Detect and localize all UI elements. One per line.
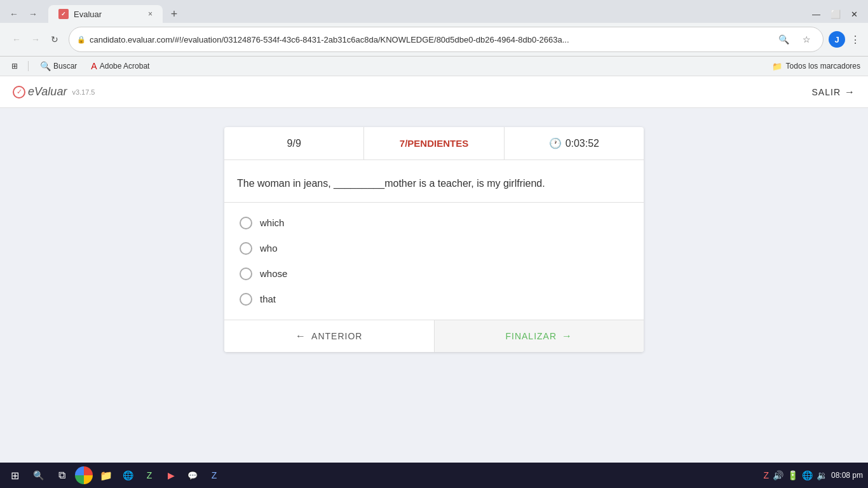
option-which[interactable]: which [237, 210, 631, 236]
options-area: which who whose [224, 203, 644, 320]
taskbar-search-button[interactable]: 🔍 [27, 466, 50, 485]
nav-buttons: ← ANTERIOR FINALIZAR → [224, 320, 644, 352]
finalizar-button[interactable]: FINALIZAR → [435, 320, 644, 352]
clock-icon: 🕐 [549, 137, 562, 149]
prev-label: ANTERIOR [311, 331, 362, 341]
option-whose[interactable]: whose [237, 261, 631, 287]
address-bar-row: ← → ↻ 🔒 candidato.evaluar.com/#!/evaluat… [0, 23, 868, 57]
forward-nav-button[interactable]: → [27, 30, 44, 48]
logo-check-icon: ✓ [13, 86, 25, 98]
back-nav-button[interactable]: ← [8, 30, 25, 48]
menu-button[interactable]: ⋮ [850, 34, 860, 46]
window-controls: — ⬜ ✕ [812, 10, 863, 19]
tab-bar: ← → ✓ Evaluar × + — ⬜ ✕ [0, 0, 868, 23]
bookmark-buscar[interactable]: 🔍 Buscar [35, 59, 82, 73]
radio-who[interactable] [240, 242, 252, 255]
taskbar-app4-icon[interactable]: 💬 [183, 466, 202, 485]
reload-button[interactable]: ↻ [46, 30, 64, 48]
taskbar-app2-icon[interactable]: Z [140, 466, 159, 485]
apps-icon: ⊞ [11, 62, 18, 71]
folder-icon: 📁 [772, 62, 782, 71]
pending-label: 7/PENDIENTES [400, 138, 468, 149]
logo-version: v3.17.5 [72, 88, 95, 96]
next-arrow-icon: → [562, 330, 573, 342]
tab-nav-left: ← → [5, 5, 42, 23]
app-content: ✓ eValuar v3.17.5 SALIR → 9/9 7/PENDIENT… [0, 76, 868, 463]
question-area: The woman in jeans, _________mother is a… [224, 160, 644, 203]
evaluar-logo: ✓ eValuar v3.17.5 [13, 85, 95, 98]
bookmark-acrobat[interactable]: A Adobe Acrobat [86, 59, 154, 73]
progress-label: 9/9 [287, 138, 301, 149]
option-which-label: which [260, 217, 284, 228]
network-icon[interactable]: 🌐 [802, 470, 813, 480]
option-that[interactable]: that [237, 287, 631, 312]
active-tab[interactable]: ✓ Evaluar × [48, 5, 163, 23]
taskbar-app3-icon[interactable]: ▶ [161, 466, 180, 485]
tab-favicon: ✓ [58, 9, 69, 19]
tab-title: Evaluar [74, 10, 102, 19]
progress-cell: 9/9 [224, 127, 364, 159]
taskbar-search-icon: 🔍 [33, 470, 44, 480]
star-icon[interactable]: ☆ [797, 30, 815, 48]
close-button[interactable]: ✕ [851, 10, 858, 19]
apps-button[interactable]: ⊞ [8, 60, 22, 72]
back-button[interactable]: ← [5, 5, 23, 23]
buscar-icon: 🔍 [40, 61, 51, 71]
start-icon: ⊞ [11, 470, 19, 482]
taskbar-time[interactable]: 08:08 pm [831, 470, 863, 481]
taskbar-chrome-icon[interactable] [75, 466, 93, 484]
option-that-label: that [260, 294, 276, 304]
all-bookmarks-label[interactable]: Todos los marcadores [786, 62, 860, 71]
address-nav: ← → ↻ [8, 30, 64, 48]
salir-button[interactable]: SALIR → [812, 86, 855, 98]
taskbar-app1-icon[interactable]: 🌐 [118, 466, 137, 485]
quiz-card: 9/9 7/PENDIENTES 🕐 0:03:52 The woman in … [224, 127, 644, 352]
taskbar: ⊞ 🔍 ⧉ 📁 🌐 Z ▶ 💬 Z Z 🔊 🔋 🌐 🔉 08:08 pm [0, 463, 868, 488]
forward-button[interactable]: → [24, 5, 42, 23]
anterior-button[interactable]: ← ANTERIOR [224, 320, 435, 352]
bookmarks-right: 📁 Todos los marcadores [772, 62, 860, 71]
taskbar-files-icon[interactable]: 📁 [97, 466, 116, 485]
option-whose-label: whose [260, 268, 287, 279]
browser-chrome: ← → ✓ Evaluar × + — ⬜ ✕ ← → ↻ 🔒 candidat… [0, 0, 868, 76]
address-input[interactable]: 🔒 candidato.evaluar.com/#!/evaluation/03… [69, 27, 824, 52]
salir-icon: → [844, 86, 855, 98]
minimize-button[interactable]: — [812, 10, 820, 19]
user-avatar[interactable]: J [829, 31, 845, 48]
lock-icon: 🔒 [77, 36, 86, 44]
system-tray: Z 🔊 🔋 🌐 🔉 08:08 pm [763, 470, 863, 481]
tray-icon2[interactable]: 🔊 [773, 470, 783, 480]
bookmarks-divider [28, 61, 29, 71]
salir-label: SALIR [812, 87, 841, 97]
option-who[interactable]: who [237, 236, 631, 261]
main-area: 9/9 7/PENDIENTES 🕐 0:03:52 The woman in … [0, 108, 868, 463]
radio-which[interactable] [240, 217, 252, 229]
radio-whose[interactable] [240, 268, 252, 280]
prev-arrow-icon: ← [295, 330, 306, 342]
acrobat-icon: A [91, 61, 97, 71]
tray-icon1[interactable]: Z [763, 470, 769, 480]
time-display: 08:08 pm [831, 470, 863, 481]
tray-icon3[interactable]: 🔋 [787, 470, 798, 480]
buscar-label: Buscar [53, 62, 77, 71]
logo-text: eValuar [28, 85, 67, 98]
evaluar-header: ✓ eValuar v3.17.5 SALIR → [0, 76, 868, 108]
search-icon[interactable]: 🔍 [775, 30, 792, 48]
multiview-icon: ⧉ [58, 470, 65, 481]
maximize-button[interactable]: ⬜ [831, 10, 841, 19]
tab-close-button[interactable]: × [148, 10, 153, 18]
taskbar-multiview-button[interactable]: ⧉ [52, 466, 71, 485]
new-tab-button[interactable]: + [165, 5, 183, 23]
timer-cell: 🕐 0:03:52 [505, 127, 644, 159]
sound-icon[interactable]: 🔉 [817, 470, 827, 480]
status-bar: 9/9 7/PENDIENTES 🕐 0:03:52 [224, 127, 644, 160]
question-text: The woman in jeans, _________mother is a… [237, 175, 631, 192]
timer-display: 0:03:52 [566, 138, 599, 149]
start-button[interactable]: ⊞ [5, 466, 24, 485]
taskbar-app5-icon[interactable]: Z [205, 466, 224, 485]
bookmarks-bar: ⊞ 🔍 Buscar A Adobe Acrobat 📁 Todos los m… [0, 57, 868, 76]
address-icons: 🔍 ☆ [775, 30, 815, 48]
url-text: candidato.evaluar.com/#!/evaluation/0312… [90, 35, 771, 44]
pending-cell: 7/PENDIENTES [364, 127, 504, 159]
radio-that[interactable] [240, 293, 252, 306]
